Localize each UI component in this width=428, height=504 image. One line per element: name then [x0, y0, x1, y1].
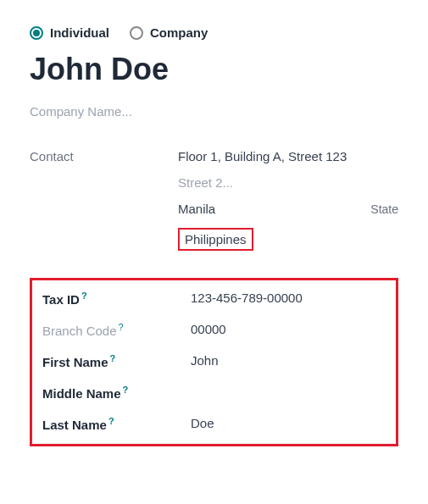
contact-label: Contact [30, 149, 178, 163]
radio-individual-label: Individual [50, 25, 109, 40]
help-icon[interactable]: ? [108, 416, 114, 426]
middle-name-label: Middle Name? [42, 385, 191, 401]
middle-name-row: Middle Name? [42, 385, 386, 401]
radio-company[interactable]: Company [130, 25, 208, 40]
first-name-label: First Name? [42, 353, 191, 369]
country-row: Philippines [178, 228, 398, 251]
last-name-label: Last Name? [42, 416, 191, 432]
radio-icon [130, 26, 143, 40]
contact-type-radio-group: Individual Company [30, 25, 398, 40]
company-name-input[interactable]: Company Name... [30, 104, 398, 119]
radio-company-label: Company [150, 25, 208, 40]
city-state-row: Manila State [178, 202, 398, 216]
address-block: Floor 1, Building A, Street 123 Street 2… [178, 149, 398, 263]
street2-input[interactable]: Street 2... [178, 175, 398, 190]
form-grid: Contact Floor 1, Building A, Street 123 … [30, 149, 398, 446]
help-icon[interactable]: ? [123, 385, 129, 395]
radio-icon [30, 26, 43, 40]
contact-name-input[interactable]: John Doe [30, 52, 398, 87]
tax-id-row: Tax ID? 123-456-789-00000 [42, 291, 386, 307]
branch-code-label-text: Branch Code [42, 324, 117, 338]
last-name-label-text: Last Name [42, 418, 107, 432]
help-icon[interactable]: ? [81, 291, 87, 301]
first-name-input[interactable]: John [191, 353, 386, 368]
tax-section-highlighted: Tax ID? 123-456-789-00000 Branch Code? 0… [30, 278, 398, 446]
first-name-label-text: First Name [42, 355, 108, 369]
help-icon[interactable]: ? [110, 353, 116, 363]
branch-code-label: Branch Code? [42, 322, 191, 338]
branch-code-input[interactable]: 00000 [191, 322, 386, 336]
street1-input[interactable]: Floor 1, Building A, Street 123 [178, 149, 398, 163]
country-input[interactable]: Philippines [178, 228, 253, 251]
middle-name-label-text: Middle Name [42, 386, 121, 401]
radio-individual[interactable]: Individual [30, 25, 109, 40]
last-name-input[interactable]: Doe [191, 416, 386, 430]
contact-row: Contact Floor 1, Building A, Street 123 … [30, 149, 398, 263]
last-name-row: Last Name? Doe [42, 416, 386, 432]
state-input[interactable]: State [370, 202, 398, 216]
tax-id-label-text: Tax ID [42, 292, 80, 307]
tax-id-label: Tax ID? [42, 291, 191, 307]
city-input[interactable]: Manila [178, 202, 215, 216]
first-name-row: First Name? John [42, 353, 386, 369]
branch-code-row: Branch Code? 00000 [42, 322, 386, 338]
tax-id-input[interactable]: 123-456-789-00000 [191, 291, 386, 305]
help-icon[interactable]: ? [119, 322, 124, 332]
